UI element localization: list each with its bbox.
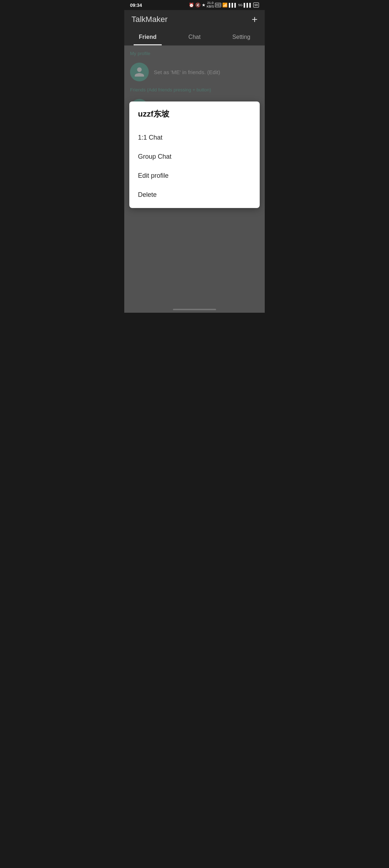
app-header: TalkMaker + bbox=[124, 10, 265, 29]
group-chat-button[interactable]: Group Chat bbox=[138, 147, 251, 166]
one-on-one-chat-button[interactable]: 1:1 Chat bbox=[138, 128, 251, 147]
wifi-icon: 📶 bbox=[222, 3, 228, 8]
hd-badge: HD bbox=[215, 3, 221, 7]
battery-level: 98 bbox=[254, 3, 258, 7]
popup-username: uzzf东坡 bbox=[138, 109, 251, 119]
main-content: My profile Set as 'ME' in friends. (Edit… bbox=[124, 46, 265, 313]
signal-5g-icon: 5G bbox=[238, 3, 243, 7]
add-friend-button[interactable]: + bbox=[252, 14, 258, 24]
tab-friend[interactable]: Friend bbox=[124, 29, 171, 45]
status-icons: ⏰ 🔇 ★ 21.0KB/S HD 📶 ▌▌▌ 5G ▌▌▌ 98 bbox=[189, 1, 259, 9]
popup-menu: uzzf东坡 1:1 Chat Group Chat Edit profile … bbox=[129, 101, 260, 208]
tab-bar: Friend Chat Setting bbox=[124, 29, 265, 46]
data-speed: 21.0KB/S bbox=[207, 1, 214, 9]
signal-icon: ▌▌▌ bbox=[229, 3, 237, 7]
battery-icon: 98 bbox=[253, 3, 259, 8]
app-title: TalkMaker bbox=[131, 15, 167, 24]
tab-chat[interactable]: Chat bbox=[171, 29, 218, 45]
mute-icon: 🔇 bbox=[195, 3, 201, 8]
bluetooth-icon: ★ bbox=[202, 3, 206, 8]
alarm-icon: ⏰ bbox=[189, 3, 194, 8]
status-bar: 09:34 ⏰ 🔇 ★ 21.0KB/S HD 📶 ▌▌▌ 5G ▌▌▌ 98 bbox=[124, 0, 265, 10]
status-time: 09:34 bbox=[130, 3, 142, 8]
delete-button[interactable]: Delete bbox=[138, 185, 251, 204]
signal-5g-bars: ▌▌▌ bbox=[244, 3, 252, 7]
edit-profile-button[interactable]: Edit profile bbox=[138, 166, 251, 185]
tab-setting[interactable]: Setting bbox=[218, 29, 265, 45]
